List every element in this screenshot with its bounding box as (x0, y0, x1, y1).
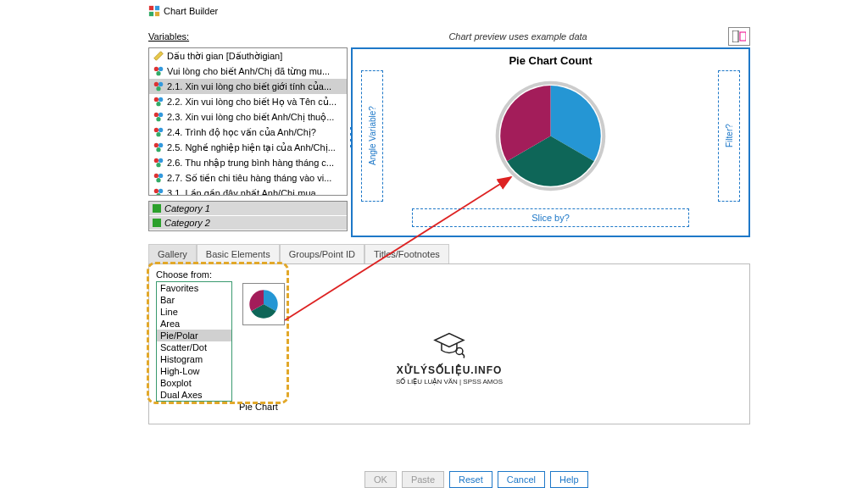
choose-from-label: Choose from: (156, 269, 743, 280)
variable-item[interactable]: 2.5. Nghề nghiệp hiện tại của Anh/Chị... (149, 140, 347, 155)
svg-rect-0 (149, 6, 153, 10)
svg-point-16 (159, 113, 163, 117)
svg-point-17 (156, 117, 160, 121)
svg-rect-4 (732, 30, 738, 42)
svg-rect-2 (149, 12, 153, 16)
variable-item[interactable]: 2.7. Số tiền chi tiêu hàng tháng vào vi.… (149, 170, 347, 186)
svg-rect-1 (155, 6, 159, 10)
svg-point-21 (154, 143, 159, 147)
chart-type-favorites[interactable]: Favorites (157, 282, 231, 294)
categories-list[interactable]: Category 1Category 2 (148, 201, 348, 231)
tab-strip: GalleryBasic ElementsGroups/Point IDTitl… (148, 244, 750, 263)
variable-item[interactable]: 2.1. Xin vui lòng cho biết giới tính của… (149, 79, 347, 94)
svg-point-20 (156, 132, 160, 136)
svg-point-29 (156, 178, 160, 182)
window-title: Chart Builder (164, 6, 218, 16)
svg-point-15 (154, 113, 159, 117)
svg-point-12 (154, 97, 159, 102)
variable-item[interactable]: 2.2. Xin vui lòng cho biết Họ và Tên củ.… (149, 94, 347, 109)
tab-basic-elements[interactable]: Basic Elements (197, 244, 280, 263)
svg-rect-5 (740, 32, 746, 41)
variable-item[interactable]: Dấu thời gian [Dấuthờigian] (149, 48, 347, 64)
svg-point-7 (159, 67, 163, 71)
svg-point-30 (154, 189, 159, 193)
thumbnail-caption: Pie Chart (239, 402, 285, 412)
svg-point-6 (154, 67, 159, 71)
svg-point-38 (456, 348, 463, 355)
svg-point-8 (156, 71, 160, 75)
chart-type-dual-axes[interactable]: Dual Axes (157, 389, 231, 401)
svg-point-18 (154, 128, 159, 132)
svg-rect-3 (155, 12, 159, 16)
svg-point-19 (159, 128, 163, 132)
gallery-panel: Choose from: FavoritesBarLineAreaPie/Pol… (148, 263, 750, 424)
variable-item[interactable]: Vui lòng cho biết Anh/Chị đã từng mu... (149, 64, 347, 79)
help-button[interactable]: Help (550, 471, 588, 488)
variables-list[interactable]: Dấu thời gian [Dấuthờigian]Vui lòng cho … (148, 47, 348, 196)
variable-item[interactable]: 3.1. Lần gần đây nhất Anh/Chị mua ... (149, 186, 347, 196)
chart-preview-canvas[interactable]: Pie Chart Count Angle Variable? Filter? … (351, 47, 750, 237)
ok-button: OK (364, 471, 397, 488)
svg-point-28 (159, 174, 163, 178)
svg-point-9 (154, 82, 159, 86)
cancel-button[interactable]: Cancel (498, 471, 545, 488)
tab-titles-footnotes[interactable]: Titles/Footnotes (364, 244, 449, 263)
paste-button: Paste (402, 471, 444, 488)
pie-preview (493, 79, 608, 193)
chart-type-bar[interactable]: Bar (157, 294, 231, 306)
chart-type-scatter-dot[interactable]: Scatter/Dot (157, 341, 231, 353)
svg-point-32 (156, 193, 160, 196)
resize-grip[interactable] (350, 125, 354, 149)
preview-note: Chart preview uses example data (448, 31, 587, 42)
svg-point-26 (156, 163, 160, 167)
drop-slice-by[interactable]: Slice by? (412, 208, 689, 227)
svg-point-11 (156, 86, 160, 91)
drop-angle-variable[interactable]: Angle Variable? (361, 70, 383, 202)
chart-type-area[interactable]: Area (157, 318, 231, 330)
chart-type-line[interactable]: Line (157, 306, 231, 318)
chart-type-pie-polar[interactable]: Pie/Polar (157, 330, 231, 341)
chart-type-high-low[interactable]: High-Low (157, 365, 231, 377)
element-properties-button[interactable] (728, 27, 750, 46)
variable-item[interactable]: 2.4. Trình độ học vấn của Anh/Chị? (149, 125, 347, 140)
tab-gallery[interactable]: Gallery (148, 244, 197, 263)
drop-filter[interactable]: Filter? (718, 70, 740, 202)
svg-point-13 (159, 97, 163, 102)
variables-label: Variables: (148, 31, 189, 42)
svg-point-23 (156, 147, 160, 152)
chart-type-list[interactable]: FavoritesBarLineAreaPie/PolarScatter/Dot… (156, 281, 232, 402)
svg-point-24 (154, 158, 159, 163)
svg-point-14 (156, 102, 160, 106)
tab-groups-point-id[interactable]: Groups/Point ID (280, 244, 364, 263)
svg-point-22 (159, 143, 163, 147)
svg-point-27 (154, 174, 159, 178)
pie-chart-thumbnail[interactable] (242, 283, 285, 325)
category-item[interactable]: Category 1 (149, 202, 347, 216)
variable-item[interactable]: 2.3. Xin vui lòng cho biết Anh/Chị thuộ.… (149, 109, 347, 125)
watermark: XỬLÝSỐLIỆU.INFO SỐ LIỆU LUẬN VĂN | SPSS … (396, 329, 503, 385)
chart-title: Pie Chart Count (361, 54, 740, 67)
svg-point-31 (159, 189, 163, 193)
variable-item[interactable]: 2.6. Thu nhập trung bình hàng tháng c... (149, 155, 347, 170)
reset-button[interactable]: Reset (449, 471, 492, 488)
svg-point-25 (159, 158, 163, 163)
app-icon (148, 5, 160, 17)
chart-type-boxplot[interactable]: Boxplot (157, 377, 231, 389)
svg-point-10 (159, 82, 163, 86)
chart-type-histogram[interactable]: Histogram (157, 353, 231, 365)
category-item[interactable]: Category 2 (149, 216, 347, 230)
